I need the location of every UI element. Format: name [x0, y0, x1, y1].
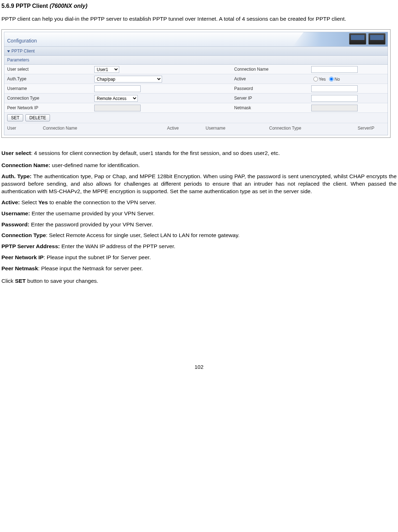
row-user-select: User select User1 Connection Name	[4, 65, 388, 74]
row-peer-network-ip: Peer Network IP Netmask	[4, 103, 388, 113]
heading-title: PPTP Client	[16, 3, 48, 9]
active-no-radio[interactable]	[329, 77, 334, 81]
term-connection-name: Connection Name:	[1, 162, 50, 168]
text-password: Enter the password provided by your VPN …	[29, 221, 153, 227]
def-username: Username: Enter the username provided by…	[1, 210, 397, 217]
form-grid: User select User1 Connection Name Auth.T…	[4, 65, 388, 135]
button-row: SET DELETE	[4, 113, 388, 123]
col-username: Username	[206, 125, 269, 131]
text-user-select: : 4 sessions for client connection by de…	[31, 150, 280, 156]
heading-qualifier: (7600NX only)	[50, 3, 87, 9]
col-server-ip: ServerIP	[358, 125, 385, 131]
panel-header-art	[293, 32, 388, 46]
panel-header: Configuration	[4, 32, 388, 47]
chevron-down-icon	[7, 50, 10, 52]
auth-type-dropdown[interactable]: Chap/pap	[94, 76, 162, 82]
col-user: User	[7, 125, 43, 131]
panel-title: Configuration	[7, 37, 37, 46]
term-connection-type: Connection Type	[1, 232, 46, 238]
art-laptop-icon	[368, 33, 386, 45]
def-active: Active: Select Yes to enable the connect…	[1, 199, 397, 206]
label-connection-name: Connection Name	[231, 65, 308, 74]
list-header-row: User Connection Name Active Username Con…	[4, 123, 388, 135]
col-connection-name: Connection Name	[43, 125, 167, 131]
row-auth-type: Auth.Type Chap/pap Active Yes No	[4, 74, 388, 84]
term-active: Active:	[1, 199, 20, 205]
user-select-dropdown[interactable]: User1	[94, 66, 119, 73]
label-auth-type: Auth.Type	[4, 75, 93, 83]
label-password: Password	[231, 84, 308, 93]
text-active-post: to enable the connection to the VPN serv…	[48, 199, 156, 205]
intro-paragraph: PPTP client can help you dial-in the PPT…	[1, 15, 397, 23]
peer-network-ip-input[interactable]	[94, 105, 141, 111]
password-input[interactable]	[311, 85, 358, 92]
art-monitor-icon	[349, 33, 366, 45]
col-connection-type: Connection Type	[269, 125, 358, 131]
def-auth-type: Auth. Type: The authentication type, Pap…	[1, 173, 397, 195]
text-pptp-server: Enter the WAN IP address of the PPTP ser…	[60, 243, 176, 249]
text-peer-network-ip: : Please input the subnet IP for Server …	[44, 254, 151, 260]
term-pptp-server: PPTP Server Address:	[1, 243, 60, 249]
label-active: Active	[231, 75, 308, 83]
closing-bold: SET	[15, 278, 26, 284]
connection-name-input[interactable]	[311, 66, 358, 73]
text-connection-name: user-defined name for identification.	[50, 162, 140, 168]
term-username: Username:	[1, 210, 30, 216]
active-no-label: No	[334, 77, 340, 82]
term-user-select: User select	[1, 150, 31, 156]
def-password: Password: Enter the password provided by…	[1, 221, 397, 229]
row-username: Username Password	[4, 84, 388, 94]
definitions-body: User select: 4 sessions for client conne…	[1, 148, 397, 285]
def-pptp-server: PPTP Server Address: Enter the WAN IP ad…	[1, 243, 397, 250]
heading-number: 5.6.9	[1, 3, 14, 9]
label-connection-type: Connection Type	[4, 94, 93, 102]
label-netmask: Netmask	[231, 104, 308, 112]
term-auth-type: Auth. Type:	[1, 173, 32, 179]
server-ip-input[interactable]	[311, 95, 358, 102]
section-heading: 5.6.9 PPTP Client (7600NX only)	[1, 2, 397, 10]
netmask-input[interactable]	[311, 105, 358, 111]
term-peer-netmask: Peer Netmask	[1, 265, 38, 271]
term-password: Password:	[1, 221, 29, 227]
def-peer-network-ip: Peer Network IP: Please input the subnet…	[1, 254, 397, 261]
label-user-select: User select	[4, 65, 93, 74]
closing-pre: Click	[1, 278, 15, 284]
text-active-pre: Select	[20, 199, 39, 205]
label-username: Username	[4, 84, 93, 93]
text-username: Enter the username provided by your VPN …	[30, 210, 155, 216]
set-button[interactable]: SET	[7, 114, 23, 121]
def-user-select: User select: 4 sessions for client conne…	[1, 148, 397, 158]
connection-type-dropdown[interactable]: Remote Access	[94, 95, 138, 102]
label-server-ip: Server IP	[231, 94, 308, 102]
active-yes-label: Yes	[319, 77, 326, 82]
def-connection-type: Connection Type: Select Remote Access fo…	[1, 232, 397, 239]
closing-note: Click SET button to save your changes.	[1, 277, 397, 285]
closing-post: button to save your changes.	[26, 278, 98, 284]
text-peer-netmask: : Please input the Netmask for server pe…	[38, 265, 143, 271]
username-input[interactable]	[94, 85, 141, 92]
subsection-bar: Parameters	[4, 56, 388, 65]
delete-button[interactable]: DELETE	[25, 114, 50, 121]
text-auth-type: The authentication type, Pap or Chap, an…	[1, 173, 397, 194]
section-title: PPTP Client	[11, 49, 35, 54]
section-bar[interactable]: PPTP Client	[4, 47, 388, 56]
term-peer-network-ip: Peer Network IP	[1, 254, 44, 260]
text-connection-type: : Select Remote Access for single user, …	[46, 232, 240, 238]
def-connection-name: Connection Name: user-defined name for i…	[1, 162, 397, 169]
label-peer-network-ip: Peer Network IP	[4, 104, 93, 112]
col-active: Active	[167, 125, 206, 131]
text-active-bold: Yes	[38, 199, 48, 205]
def-peer-netmask: Peer Netmask: Please input the Netmask f…	[1, 265, 397, 272]
config-screenshot: Configuration PPTP Client Parameters Use…	[1, 29, 391, 138]
page-number: 102	[1, 363, 397, 371]
row-connection-type: Connection Type Remote Access Server IP	[4, 94, 388, 103]
active-yes-radio[interactable]	[313, 77, 318, 81]
